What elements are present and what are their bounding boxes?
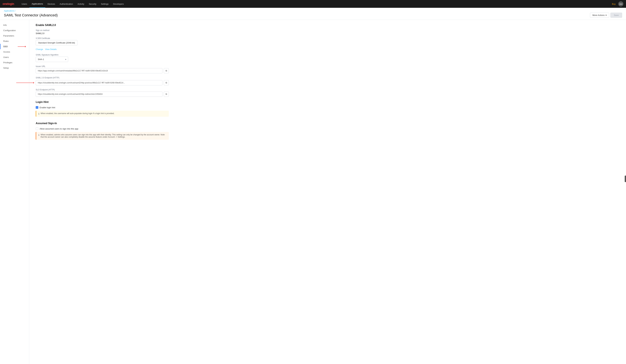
nav-developers[interactable]: Developers (111, 0, 126, 8)
page-title-row: SAML Test Connector (Advanced) More Acti… (4, 13, 622, 20)
logo[interactable]: onelogin (2, 2, 14, 6)
assumed-signin-info-box: ℹ When enabled, admins who assume users … (36, 132, 169, 140)
saml-endpoint-row: https://cloudidentity-test.onelogin.com/… (36, 80, 169, 85)
arrow-indicator (16, 82, 34, 83)
page-header: Applications / SAML Test Connector (Adva… (0, 8, 626, 20)
login-hint-checkbox[interactable] (36, 106, 38, 109)
sidebar-item-configuration[interactable]: Configuration (0, 28, 29, 33)
sidebar-item-access[interactable]: Access (0, 49, 29, 54)
login-hint-title: Login Hint (36, 101, 169, 104)
more-actions-button[interactable]: More Actions ▾ (590, 13, 609, 18)
top-navigation: onelogin Users Applications Devices Auth… (0, 0, 626, 8)
main-content: Enable SAML2.0 Sign on method SAML2.0 X.… (29, 20, 175, 364)
change-cert-link[interactable]: Change (36, 48, 43, 50)
buy-link[interactable]: Buy (612, 3, 616, 5)
slo-endpoint-row: https://cloudidentity-test.onelogin.com/… (36, 91, 169, 97)
sidebar-item-parameters[interactable]: Parameters (0, 33, 29, 39)
issuer-url-value: https://app.onelogin.com/saml/metadata/9… (36, 68, 162, 73)
sidebar: Info Configuration Parameters Rules SSO … (0, 20, 29, 364)
sidebar-item-setup[interactable]: Setup (0, 65, 29, 71)
saml-endpoint-value: https://cloudidentity-test.onelogin.com/… (36, 80, 162, 85)
nav-devices[interactable]: Devices (45, 0, 57, 8)
nav-applications[interactable]: Applications (29, 0, 45, 8)
issuer-url-row: https://app.onelogin.com/saml/metadata/9… (36, 68, 169, 73)
cert-value: Standard Strength Certificate (2048-bit) (36, 40, 78, 45)
save-button[interactable]: Save (610, 13, 622, 18)
sidebar-item-info[interactable]: Info (0, 22, 29, 28)
sidebar-item-users[interactable]: Users (0, 54, 29, 60)
assumed-signin-checkbox-label: Allow assumed users to sign into this ap… (39, 127, 78, 130)
chevron-down-icon: ▾ (606, 14, 607, 16)
nav-authentication[interactable]: Authentication (57, 0, 75, 8)
logo-text: onelogin (2, 2, 14, 5)
page-title: SAML Test Connector (Advanced) (4, 13, 58, 17)
sidebar-item-privileges[interactable]: Privileges (0, 60, 29, 65)
login-hint-info-text: When enabled, the username will auto-pop… (40, 112, 115, 115)
sidebar-item-rules[interactable]: Rules (0, 39, 29, 44)
view-details-link[interactable]: View Details (45, 48, 57, 50)
nav-right: Buy Jan (612, 1, 624, 6)
info-icon: ℹ (39, 113, 39, 115)
algo-select[interactable]: SHA-1 SHA-256 (36, 57, 68, 62)
breadcrumb[interactable]: Applications / (4, 10, 622, 12)
copy-saml-endpoint-button[interactable]: ⧉ (164, 80, 169, 85)
assumed-signin-title: Assumed Sign-In (36, 122, 169, 125)
login-hint-checkbox-label: Enable login hint (39, 106, 55, 109)
nav-activity[interactable]: Activity (75, 0, 86, 8)
user-avatar[interactable]: Jan (618, 1, 624, 6)
nav-security[interactable]: Security (86, 0, 99, 8)
copy-slo-endpoint-button[interactable]: ⧉ (164, 91, 169, 97)
breadcrumb-separator: / (15, 10, 15, 12)
slo-endpoint-value: https://cloudidentity-test.onelogin.com/… (36, 91, 162, 97)
assumed-signin-checkbox-row[interactable]: Allow assumed users to sign into this ap… (36, 127, 169, 130)
assumed-signin-checkbox[interactable] (36, 127, 38, 130)
saml-section: Enable SAML2.0 Sign on method SAML2.0 X.… (36, 24, 169, 97)
assumed-signin-info-icon: ℹ (39, 134, 39, 136)
sidebar-sso-arrow (18, 46, 26, 47)
algo-select-wrapper: SHA-1 SHA-256 ▼ (36, 57, 68, 62)
sign-on-method-label: Sign on method (36, 29, 169, 32)
assumed-signin-section: Assumed Sign-In Allow assumed users to s… (36, 122, 169, 140)
saml-endpoint-label: SAML 2.0 Endpoint (HTTP) (36, 77, 59, 79)
nav-links: Users Applications Devices Authenticatio… (19, 0, 612, 8)
header-actions: More Actions ▾ Save (590, 13, 622, 18)
sidebar-sso-label: SSO (3, 45, 8, 48)
more-actions-label: More Actions (592, 14, 605, 16)
scroll-indicator[interactable] (625, 176, 626, 182)
copy-issuer-url-button[interactable]: ⧉ (164, 68, 169, 73)
slo-endpoint-label: SLO Endpoint (HTTP) (36, 89, 169, 91)
algo-label: SAML Signature Algorithm (36, 54, 169, 56)
breadcrumb-parent[interactable]: Applications (4, 10, 14, 12)
login-hint-section: Login Hint Enable login hint ℹ When enab… (36, 101, 169, 117)
sign-on-method-value: SAML2.0 (36, 32, 169, 35)
saml-section-title: Enable SAML2.0 (36, 24, 169, 27)
content-area: Info Configuration Parameters Rules SSO … (0, 20, 626, 364)
nav-settings[interactable]: Settings (99, 0, 111, 8)
login-hint-info-box: ℹ When enabled, the username will auto-p… (36, 111, 169, 117)
assumed-signin-info-text: When enabled, admins who assume users ca… (40, 134, 166, 138)
cert-label: X.509 Certificate (36, 37, 169, 40)
issuer-url-label: Issuer URL (36, 65, 169, 68)
cert-actions: Change View Details (36, 48, 169, 50)
login-hint-checkbox-row[interactable]: Enable login hint (36, 106, 169, 109)
nav-users[interactable]: Users (19, 0, 29, 8)
sidebar-item-sso[interactable]: SSO (0, 44, 29, 49)
